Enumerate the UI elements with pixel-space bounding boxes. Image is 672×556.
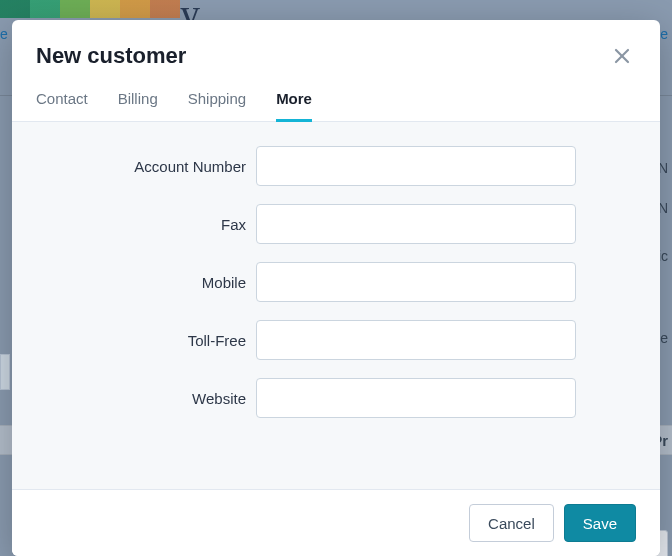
modal-title: New customer [36,43,186,69]
account-number-label: Account Number [36,158,256,175]
modal-header: New customer [12,20,660,84]
fax-label: Fax [36,216,256,233]
tab-billing[interactable]: Billing [118,84,158,122]
form-row-mobile: Mobile [36,262,636,302]
tabs: Contact Billing Shipping More [12,84,660,122]
account-number-input[interactable] [256,146,576,186]
fax-input[interactable] [256,204,576,244]
toll-free-input[interactable] [256,320,576,360]
close-button[interactable] [608,42,636,70]
modal-footer: Cancel Save [12,489,660,556]
form-row-fax: Fax [36,204,636,244]
website-label: Website [36,390,256,407]
bg-text-fragment: e [0,26,8,42]
form-row-account-number: Account Number [36,146,636,186]
form-row-toll-free: Toll-Free [36,320,636,360]
mobile-input[interactable] [256,262,576,302]
tab-more[interactable]: More [276,84,312,122]
mobile-label: Mobile [36,274,256,291]
new-customer-modal: New customer Contact Billing Shipping Mo… [12,20,660,556]
cancel-button[interactable]: Cancel [469,504,554,542]
tab-contact[interactable]: Contact [36,84,88,122]
close-icon [614,48,630,64]
toll-free-label: Toll-Free [36,332,256,349]
bg-box [0,354,10,390]
tab-shipping[interactable]: Shipping [188,84,246,122]
bg-logo-stripes [0,0,672,18]
form-row-website: Website [36,378,636,418]
website-input[interactable] [256,378,576,418]
save-button[interactable]: Save [564,504,636,542]
modal-body: Account Number Fax Mobile Toll-Free Webs… [12,122,660,489]
